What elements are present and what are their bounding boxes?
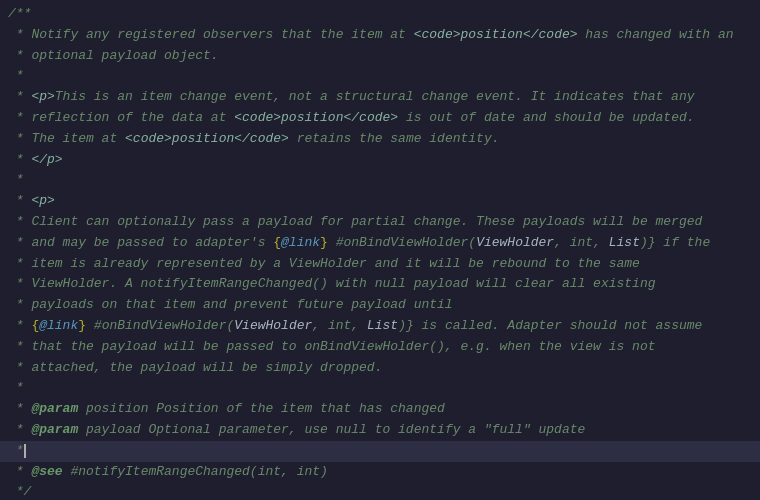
comment-text: #onBindViewHolder( (86, 316, 234, 337)
comment-code-text: position (172, 129, 234, 150)
code-line: * and may be passed to adapter's {@link}… (0, 233, 760, 254)
javadoc-link: { (273, 233, 281, 254)
comment-text: )} is called. Adapter should not assume (398, 316, 702, 337)
code-line: * @see #notifyItemRangeChanged(int, int) (0, 462, 760, 483)
code-editor: /** * Notify any registered observers th… (0, 0, 760, 500)
code-line: * Notify any registered observers that t… (0, 25, 760, 46)
comment-text: * (8, 66, 24, 87)
comment-text: #notifyItemRangeChanged(int, int) (63, 462, 328, 483)
comment-text: item (351, 25, 390, 46)
comment-code: <code> (414, 25, 461, 46)
comment-code: </code> (523, 25, 578, 46)
code-line: * </p> (0, 150, 760, 171)
comment-text: */ (8, 482, 31, 500)
comment-text: is out of date and should be updated. (398, 108, 694, 129)
comment-code: </code> (343, 108, 398, 129)
javadoc-param-tag: @param (31, 420, 78, 441)
code-line: * The item at <code>position</code> reta… (0, 129, 760, 150)
javadoc-link: } (78, 316, 86, 337)
code-line: */ (0, 482, 760, 500)
javadoc-link: { (31, 316, 39, 337)
code-line: * <p>This is an item change event, not a… (0, 87, 760, 108)
comment-code: </p> (31, 150, 62, 171)
javadoc-see-tag: @see (31, 462, 62, 483)
comment-text: payload Optional parameter, use null to … (78, 420, 585, 441)
comment-text: * that the payload will be passed to onB… (8, 337, 656, 358)
comment-text: * ViewHolder. A notifyItemRangeChanged()… (8, 274, 656, 295)
code-line: * payloads on that item and prevent futu… (0, 295, 760, 316)
code-line: * ViewHolder. A notifyItemRangeChanged()… (0, 274, 760, 295)
comment-code: <p> (31, 191, 54, 212)
comment-class: ViewHolder (476, 233, 554, 254)
javadoc-link-text: @link (281, 233, 320, 254)
comment-text: * (8, 191, 31, 212)
code-line: * item is already represented by a ViewH… (0, 254, 760, 275)
code-line: * attached, the payload will be simply d… (0, 358, 760, 379)
comment-text: * Client can optionally pass a payload f… (8, 212, 702, 233)
comment-text: at (390, 25, 413, 46)
code-line: * (0, 378, 760, 399)
comment-text: , int, (312, 316, 367, 337)
code-line: * @param position Position of the item t… (0, 399, 760, 420)
code-line: * <p> (0, 191, 760, 212)
comment-text: * (8, 462, 31, 483)
comment-text: /** (8, 4, 31, 25)
code-line-cursor: * (0, 441, 760, 462)
comment-class: List (367, 316, 398, 337)
comment-text: * payloads on that item and prevent futu… (8, 295, 453, 316)
code-line: * optional payload object. (0, 46, 760, 67)
comment-code: <code> (234, 108, 281, 129)
comment-class: ViewHolder (234, 316, 312, 337)
comment-text: #onBindViewHolder( (328, 233, 476, 254)
comment-text: * (8, 420, 31, 441)
code-line: * (0, 170, 760, 191)
comment-text: * optional payload object. (8, 46, 219, 67)
code-line: * that the payload will be passed to onB… (0, 337, 760, 358)
code-line: * Client can optionally pass a payload f… (0, 212, 760, 233)
comment-text: * attached, the payload will be simply d… (8, 358, 382, 379)
comment-code: <code> (125, 129, 172, 150)
code-line: /** (0, 4, 760, 25)
comment-text: * (8, 441, 24, 462)
javadoc-link-text: @link (39, 316, 78, 337)
comment-text: position Position of the item that has c… (78, 399, 445, 420)
javadoc-param-tag: @param (31, 399, 78, 420)
comment-text: * (8, 87, 31, 108)
comment-text: This is an item change event, not a stru… (55, 87, 695, 108)
comment-class: List (609, 233, 640, 254)
comment-text: * (8, 399, 31, 420)
comment-text: * and may be passed to adapter's (8, 233, 273, 254)
code-line: * reflection of the data at <code>positi… (0, 108, 760, 129)
comment-text: * item is already represented by a ViewH… (8, 254, 640, 275)
comment-text: has changed with an (578, 25, 734, 46)
code-line: * @param payload Optional parameter, use… (0, 420, 760, 441)
comment-text: retains the same identity. (289, 129, 500, 150)
javadoc-link: } (320, 233, 328, 254)
comment-text: the (320, 25, 351, 46)
comment-text: )} if the (640, 233, 710, 254)
comment-text: * The item at (8, 129, 125, 150)
comment-code-text: position (461, 25, 523, 46)
comment-code: </code> (234, 129, 289, 150)
comment-text: * (8, 378, 24, 399)
comment-code-text: position (281, 108, 343, 129)
comment-text: * Notify any registered observers that (8, 25, 320, 46)
code-line: * {@link} #onBindViewHolder(ViewHolder, … (0, 316, 760, 337)
comment-code: <p> (31, 87, 54, 108)
comment-text: , int, (554, 233, 609, 254)
comment-text: * (8, 150, 31, 171)
comment-text: * (8, 316, 31, 337)
comment-text: * (8, 170, 24, 191)
comment-text: * reflection of the data at (8, 108, 234, 129)
code-line: * (0, 66, 760, 87)
text-cursor (24, 444, 26, 458)
